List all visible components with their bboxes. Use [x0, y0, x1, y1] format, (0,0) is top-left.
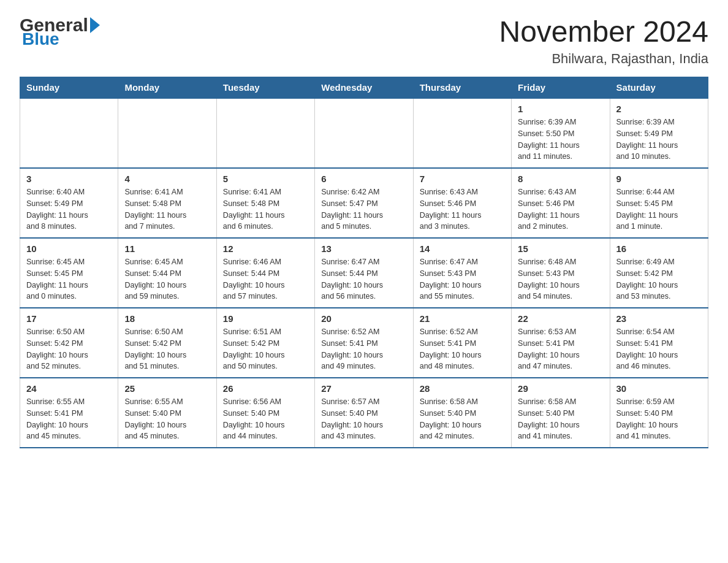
calendar-cell: 23Sunrise: 6:54 AM Sunset: 5:41 PM Dayli… — [610, 308, 708, 378]
day-info: Sunrise: 6:39 AM Sunset: 5:49 PM Dayligh… — [616, 117, 702, 163]
day-number: 5 — [223, 174, 308, 184]
day-info: Sunrise: 6:50 AM Sunset: 5:42 PM Dayligh… — [124, 326, 210, 372]
day-info: Sunrise: 6:56 AM Sunset: 5:40 PM Dayligh… — [223, 396, 308, 442]
calendar-cell: 28Sunrise: 6:58 AM Sunset: 5:40 PM Dayli… — [413, 378, 511, 448]
day-info: Sunrise: 6:40 AM Sunset: 5:49 PM Dayligh… — [26, 186, 112, 232]
day-info: Sunrise: 6:58 AM Sunset: 5:40 PM Dayligh… — [518, 396, 603, 442]
day-number: 1 — [518, 104, 603, 114]
calendar-cell: 12Sunrise: 6:46 AM Sunset: 5:44 PM Dayli… — [216, 238, 314, 308]
day-info: Sunrise: 6:45 AM Sunset: 5:44 PM Dayligh… — [124, 256, 210, 302]
calendar-week-row: 3Sunrise: 6:40 AM Sunset: 5:49 PM Daylig… — [20, 168, 708, 238]
day-number: 8 — [518, 174, 603, 184]
calendar-cell: 27Sunrise: 6:57 AM Sunset: 5:40 PM Dayli… — [315, 378, 413, 448]
calendar-week-row: 1Sunrise: 6:39 AM Sunset: 5:50 PM Daylig… — [20, 98, 708, 168]
day-info: Sunrise: 6:59 AM Sunset: 5:40 PM Dayligh… — [616, 396, 702, 442]
day-info: Sunrise: 6:52 AM Sunset: 5:41 PM Dayligh… — [321, 326, 406, 372]
day-info: Sunrise: 6:41 AM Sunset: 5:48 PM Dayligh… — [223, 186, 308, 232]
day-number: 30 — [616, 383, 702, 394]
logo-area: General Blue — [20, 15, 100, 49]
calendar-cell — [216, 98, 314, 168]
calendar-cell: 3Sunrise: 6:40 AM Sunset: 5:49 PM Daylig… — [20, 168, 118, 238]
day-info: Sunrise: 6:53 AM Sunset: 5:41 PM Dayligh… — [518, 326, 603, 372]
weekday-header-monday: Monday — [118, 77, 216, 99]
calendar-cell: 13Sunrise: 6:47 AM Sunset: 5:44 PM Dayli… — [315, 238, 413, 308]
day-number: 13 — [321, 243, 406, 254]
calendar-cell — [118, 98, 216, 168]
day-number: 15 — [518, 243, 603, 254]
calendar-week-row: 24Sunrise: 6:55 AM Sunset: 5:41 PM Dayli… — [20, 378, 708, 448]
day-number: 19 — [223, 313, 308, 324]
calendar-cell — [413, 98, 511, 168]
calendar-cell — [315, 98, 413, 168]
day-number: 21 — [420, 313, 505, 324]
calendar-cell: 1Sunrise: 6:39 AM Sunset: 5:50 PM Daylig… — [512, 98, 610, 168]
day-number: 12 — [223, 243, 308, 254]
day-info: Sunrise: 6:50 AM Sunset: 5:42 PM Dayligh… — [26, 326, 112, 372]
calendar-cell: 15Sunrise: 6:48 AM Sunset: 5:43 PM Dayli… — [512, 238, 610, 308]
logo-triangle-icon — [90, 17, 100, 33]
day-info: Sunrise: 6:44 AM Sunset: 5:45 PM Dayligh… — [616, 186, 702, 232]
calendar-cell: 2Sunrise: 6:39 AM Sunset: 5:49 PM Daylig… — [610, 98, 708, 168]
calendar-cell: 7Sunrise: 6:43 AM Sunset: 5:46 PM Daylig… — [413, 168, 511, 238]
calendar-week-row: 10Sunrise: 6:45 AM Sunset: 5:45 PM Dayli… — [20, 238, 708, 308]
weekday-header-thursday: Thursday — [413, 77, 511, 99]
logo-bottom-row: Blue — [21, 32, 59, 49]
day-number: 16 — [616, 243, 702, 254]
calendar-cell: 22Sunrise: 6:53 AM Sunset: 5:41 PM Dayli… — [512, 308, 610, 378]
calendar-cell: 21Sunrise: 6:52 AM Sunset: 5:41 PM Dayli… — [413, 308, 511, 378]
day-info: Sunrise: 6:57 AM Sunset: 5:40 PM Dayligh… — [321, 396, 406, 442]
day-number: 23 — [616, 313, 702, 324]
day-info: Sunrise: 6:49 AM Sunset: 5:42 PM Dayligh… — [616, 256, 702, 302]
day-number: 9 — [616, 174, 702, 184]
day-number: 26 — [223, 383, 308, 394]
day-number: 6 — [321, 174, 406, 184]
day-info: Sunrise: 6:58 AM Sunset: 5:40 PM Dayligh… — [420, 396, 505, 442]
day-number: 11 — [124, 243, 210, 254]
day-number: 29 — [518, 383, 603, 394]
weekday-header-row: SundayMondayTuesdayWednesdayThursdayFrid… — [20, 77, 708, 99]
day-info: Sunrise: 6:55 AM Sunset: 5:40 PM Dayligh… — [124, 396, 210, 442]
day-info: Sunrise: 6:54 AM Sunset: 5:41 PM Dayligh… — [616, 326, 702, 372]
calendar-cell: 18Sunrise: 6:50 AM Sunset: 5:42 PM Dayli… — [118, 308, 216, 378]
day-info: Sunrise: 6:47 AM Sunset: 5:44 PM Dayligh… — [321, 256, 406, 302]
weekday-header-wednesday: Wednesday — [315, 77, 413, 99]
day-number: 27 — [321, 383, 406, 394]
day-info: Sunrise: 6:43 AM Sunset: 5:46 PM Dayligh… — [420, 186, 505, 232]
calendar-cell: 5Sunrise: 6:41 AM Sunset: 5:48 PM Daylig… — [216, 168, 314, 238]
day-info: Sunrise: 6:43 AM Sunset: 5:46 PM Dayligh… — [518, 186, 603, 232]
day-info: Sunrise: 6:39 AM Sunset: 5:50 PM Dayligh… — [518, 117, 603, 163]
calendar-week-row: 17Sunrise: 6:50 AM Sunset: 5:42 PM Dayli… — [20, 308, 708, 378]
weekday-header-saturday: Saturday — [610, 77, 708, 99]
day-info: Sunrise: 6:51 AM Sunset: 5:42 PM Dayligh… — [223, 326, 308, 372]
day-number: 18 — [124, 313, 210, 324]
day-info: Sunrise: 6:48 AM Sunset: 5:43 PM Dayligh… — [518, 256, 603, 302]
calendar-cell: 19Sunrise: 6:51 AM Sunset: 5:42 PM Dayli… — [216, 308, 314, 378]
day-number: 14 — [420, 243, 505, 254]
weekday-header-tuesday: Tuesday — [216, 77, 314, 99]
day-number: 28 — [420, 383, 505, 394]
calendar-cell: 6Sunrise: 6:42 AM Sunset: 5:47 PM Daylig… — [315, 168, 413, 238]
calendar-cell: 4Sunrise: 6:41 AM Sunset: 5:48 PM Daylig… — [118, 168, 216, 238]
day-number: 2 — [616, 104, 702, 114]
day-info: Sunrise: 6:42 AM Sunset: 5:47 PM Dayligh… — [321, 186, 406, 232]
month-year-title: November 2024 — [499, 15, 708, 48]
calendar-cell: 24Sunrise: 6:55 AM Sunset: 5:41 PM Dayli… — [20, 378, 118, 448]
day-info: Sunrise: 6:41 AM Sunset: 5:48 PM Dayligh… — [124, 186, 210, 232]
calendar-cell: 14Sunrise: 6:47 AM Sunset: 5:43 PM Dayli… — [413, 238, 511, 308]
calendar-cell: 8Sunrise: 6:43 AM Sunset: 5:46 PM Daylig… — [512, 168, 610, 238]
calendar-cell: 20Sunrise: 6:52 AM Sunset: 5:41 PM Dayli… — [315, 308, 413, 378]
title-area: November 2024 Bhilwara, Rajasthan, India — [499, 15, 708, 67]
location-subtitle: Bhilwara, Rajasthan, India — [499, 51, 708, 67]
day-info: Sunrise: 6:47 AM Sunset: 5:43 PM Dayligh… — [420, 256, 505, 302]
day-number: 10 — [26, 243, 112, 254]
calendar-cell: 25Sunrise: 6:55 AM Sunset: 5:40 PM Dayli… — [118, 378, 216, 448]
calendar-cell — [20, 98, 118, 168]
day-info: Sunrise: 6:45 AM Sunset: 5:45 PM Dayligh… — [26, 256, 112, 302]
day-number: 24 — [26, 383, 112, 394]
logo-blue-text: Blue — [22, 29, 59, 49]
calendar-cell: 9Sunrise: 6:44 AM Sunset: 5:45 PM Daylig… — [610, 168, 708, 238]
calendar-cell: 11Sunrise: 6:45 AM Sunset: 5:44 PM Dayli… — [118, 238, 216, 308]
calendar-cell: 30Sunrise: 6:59 AM Sunset: 5:40 PM Dayli… — [610, 378, 708, 448]
calendar-cell: 10Sunrise: 6:45 AM Sunset: 5:45 PM Dayli… — [20, 238, 118, 308]
day-info: Sunrise: 6:46 AM Sunset: 5:44 PM Dayligh… — [223, 256, 308, 302]
